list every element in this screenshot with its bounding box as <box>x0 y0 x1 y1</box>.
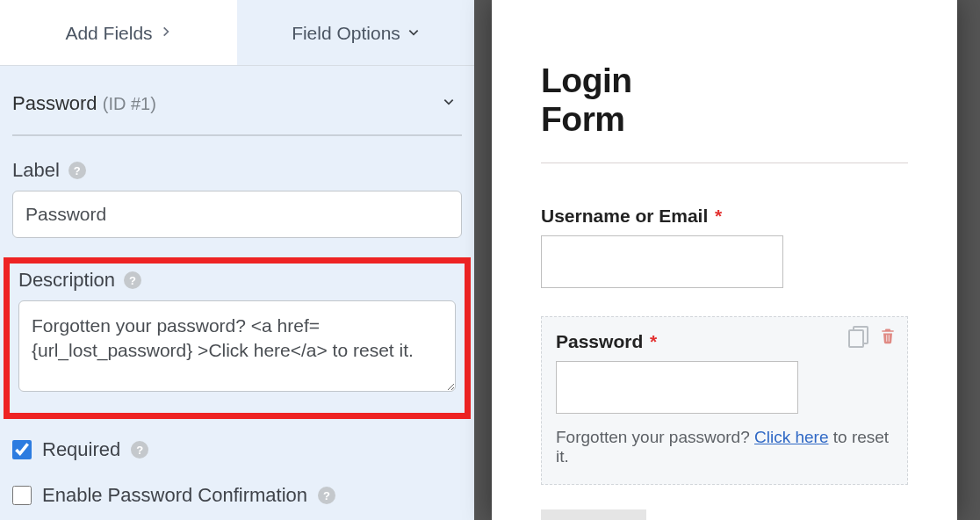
chevron-down-icon <box>443 96 462 112</box>
page-title: Login Form <box>541 61 908 138</box>
tab-field-options[interactable]: Field Options <box>237 0 474 65</box>
field-name: Password <box>12 92 97 114</box>
hint-pre: Forgotten your password? <box>556 428 754 446</box>
preview-wrapper: Login Form Username or Email * Password … <box>474 0 980 520</box>
chevron-right-icon <box>160 25 172 41</box>
trash-icon[interactable] <box>879 326 897 345</box>
required-checkbox-row[interactable]: Required ? <box>12 438 462 461</box>
enable-confirm-checkbox-row[interactable]: Enable Password Confirmation ? <box>12 484 462 507</box>
label-text: Password <box>556 331 643 351</box>
options-body: Password (ID #1) Label ? Description ? F… <box>0 66 474 520</box>
field-description: Forgotten your password? Click here to r… <box>556 428 893 466</box>
tab-label: Field Options <box>292 23 400 44</box>
description-textarea[interactable]: Forgotten your password? <a href={url_lo… <box>18 300 456 392</box>
submit-button[interactable]: Submit <box>541 509 646 520</box>
help-icon[interactable]: ? <box>318 487 335 504</box>
password-input[interactable] <box>556 361 798 414</box>
field-options-panel: Add Fields Field Options Password (ID #1… <box>0 0 474 520</box>
control-description-group: Description ? Forgotten your password? <… <box>18 269 456 395</box>
field-label: Password * <box>556 331 893 352</box>
title-line-1: Login <box>541 61 632 99</box>
tab-add-fields[interactable]: Add Fields <box>0 0 237 65</box>
label-text: Label <box>12 159 60 182</box>
field-label: Username or Email * <box>541 206 908 227</box>
label-input[interactable] <box>12 191 462 238</box>
field-header[interactable]: Password (ID #1) <box>12 92 462 136</box>
field-header-title: Password (ID #1) <box>12 92 156 115</box>
help-icon[interactable]: ? <box>124 271 141 289</box>
title-line-2: Form <box>541 100 625 138</box>
description-highlight: Description ? Forgotten your password? <… <box>4 257 471 419</box>
enable-confirm-checkbox[interactable] <box>12 486 32 505</box>
title-divider <box>541 162 908 163</box>
help-icon[interactable]: ? <box>68 162 86 179</box>
form-preview: Login Form Username or Email * Password … <box>492 0 957 520</box>
username-input[interactable] <box>541 235 783 288</box>
checkbox-label: Enable Password Confirmation <box>42 484 307 507</box>
chevron-down-icon <box>407 26 420 41</box>
label-text: Description <box>18 269 115 292</box>
duplicate-icon[interactable] <box>849 326 868 345</box>
checkbox-label: Required <box>42 438 120 461</box>
preview-field-username[interactable]: Username or Email * <box>541 206 908 288</box>
required-asterisk: * <box>715 206 722 226</box>
field-actions <box>849 326 897 345</box>
field-id-tag: (ID #1) <box>103 94 156 113</box>
control-label: Label ? <box>12 159 462 182</box>
control-label-group: Label ? <box>12 159 462 238</box>
control-label: Description ? <box>18 269 456 292</box>
required-checkbox[interactable] <box>12 440 32 459</box>
required-asterisk: * <box>650 331 657 351</box>
tab-label: Add Fields <box>65 23 152 44</box>
reset-password-link[interactable]: Click here <box>754 428 828 446</box>
preview-field-password-selected[interactable]: Password * Forgotten your password? Clic… <box>541 316 908 485</box>
help-icon[interactable]: ? <box>131 441 148 459</box>
label-text: Username or Email <box>541 206 708 226</box>
panel-tabs: Add Fields Field Options <box>0 0 474 66</box>
